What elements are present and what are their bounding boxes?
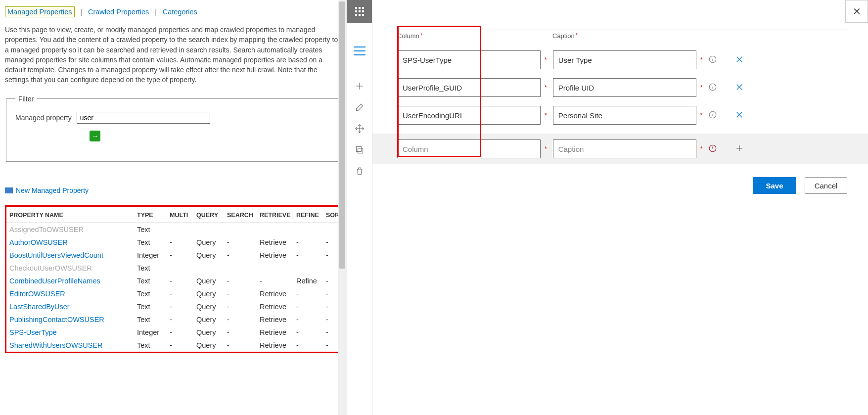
property-name-link[interactable]: BoostUntilUsersViewedCount [9,251,103,259]
th-property-name[interactable]: PROPERTY NAME [6,208,134,223]
cell-refine: - [293,300,323,313]
cell-retrieve [257,262,293,275]
cell-retrieve [257,223,293,236]
required-mark: * [545,112,547,119]
edit-icon[interactable] [355,102,365,114]
cell-query: Query [193,236,224,249]
property-name-disabled: CheckoutUserOWSUSER [9,264,92,272]
tab-separator: | [80,8,82,16]
remove-row-icon[interactable] [735,55,744,65]
info-icon[interactable] [708,110,717,121]
mapping-row: ** [397,78,848,97]
required-mark: * [700,145,703,152]
cell-retrieve: Retrieve [257,249,293,262]
table-row: LastSharedByUserText-Query-Retrieve-- [6,300,343,313]
required-mark: * [700,112,703,119]
new-managed-property[interactable]: New Managed Property [5,186,341,194]
column-input[interactable] [397,106,541,125]
th-search[interactable]: SEARCH [224,208,257,223]
filter-label: Managed property [15,114,72,122]
cell-search [224,262,257,275]
cell-multi: - [167,339,193,352]
column-input[interactable] [397,78,541,97]
th-refine[interactable]: REFINE [293,208,323,223]
caption-input[interactable] [553,78,696,97]
tab-separator: | [155,8,157,16]
cell-multi [167,262,193,275]
add-row-icon[interactable] [735,144,744,154]
info-icon[interactable] [708,55,717,65]
property-name-link[interactable]: PublishingContactOWSUSER [9,316,104,323]
cancel-button[interactable]: Cancel [805,177,847,194]
cell-query: Query [193,275,224,287]
remove-row-icon[interactable] [735,83,744,93]
remove-row-icon[interactable] [735,110,744,121]
intro-text: Use this page to view, create, or modify… [5,25,341,85]
cell-retrieve: Retrieve [257,300,293,313]
property-name-link[interactable]: CombinedUserProfileNames [9,277,100,285]
cell-multi: - [167,326,193,339]
filter-input[interactable] [77,112,210,124]
th-query[interactable]: QUERY [193,208,224,223]
cell-refine: - [293,313,323,326]
cell-retrieve: Retrieve [257,326,293,339]
th-multi[interactable]: MULTI [167,208,193,223]
arrow-right-icon: → [91,132,98,140]
save-button[interactable]: Save [753,177,796,194]
tabs: Managed Properties | Crawled Properties … [5,8,341,16]
delete-icon[interactable] [355,166,365,178]
th-type[interactable]: TYPE [134,208,167,223]
cell-multi: - [167,287,193,300]
property-name-link[interactable]: SPS-UserType [9,328,57,336]
cell-query: Query [193,300,224,313]
column-input[interactable] [397,50,541,69]
caption-input[interactable] [553,106,696,125]
cell-retrieve: Retrieve [257,313,293,326]
move-icon[interactable] [355,124,365,135]
cell-multi: - [167,249,193,262]
warning-icon[interactable] [708,144,717,154]
copy-icon[interactable] [355,145,365,156]
tab-categories[interactable]: Categories [163,8,197,16]
required-mark: * [700,84,703,91]
cell-type: Text [134,236,167,249]
cell-multi: - [167,300,193,313]
cell-type: Text [134,275,167,287]
waffle-icon [355,7,364,16]
table-row: CheckoutUserOWSUSERText [6,262,343,275]
new-managed-property-link[interactable]: New Managed Property [16,186,89,194]
highlight-box-table: PROPERTY NAME TYPE MULTI QUERY SEARCH RE… [5,205,341,353]
add-icon[interactable] [355,81,365,92]
caption-input[interactable] [553,50,696,69]
cell-multi: - [167,313,193,326]
property-name-link[interactable]: EditorOWSUSER [9,290,65,298]
cell-refine [293,262,323,275]
scrollbar-thumb[interactable] [339,1,345,269]
cell-search: - [224,313,257,326]
column-input-new[interactable] [397,139,541,158]
info-icon[interactable] [708,83,717,93]
header-column: Column* [397,32,544,40]
property-name-link[interactable]: SharedWithUsersOWSUSER [9,341,103,349]
tab-crawled-properties[interactable]: Crawled Properties [88,8,149,16]
hamburger-menu-button[interactable] [354,46,365,55]
property-name-link[interactable]: AuthorOWSUSER [9,238,68,246]
table-row: AuthorOWSUSERText-Query-Retrieve-- [6,236,343,249]
cell-query [193,223,224,236]
table-row: AssignedToOWSUSERText [6,223,343,236]
tab-managed-properties[interactable]: Managed Properties [5,6,75,17]
cell-retrieve: - [257,275,293,287]
cell-query: Query [193,313,224,326]
app-launcher-button[interactable] [347,0,372,23]
required-mark: * [545,56,547,63]
caption-input-new[interactable] [553,139,696,158]
cell-retrieve: Retrieve [257,287,293,300]
property-name-link[interactable]: LastSharedByUser [9,303,70,311]
required-mark: * [700,56,703,63]
th-retrieve[interactable]: RETRIEVE [257,208,293,223]
table-row: SharedWithUsersOWSUSERText-Query-Retriev… [6,339,343,352]
app-rail [346,0,372,415]
scrollbar[interactable] [338,0,346,415]
filter-go-button[interactable]: → [90,131,100,141]
table-row: PublishingContactOWSUSERText-Query-Retri… [6,313,343,326]
